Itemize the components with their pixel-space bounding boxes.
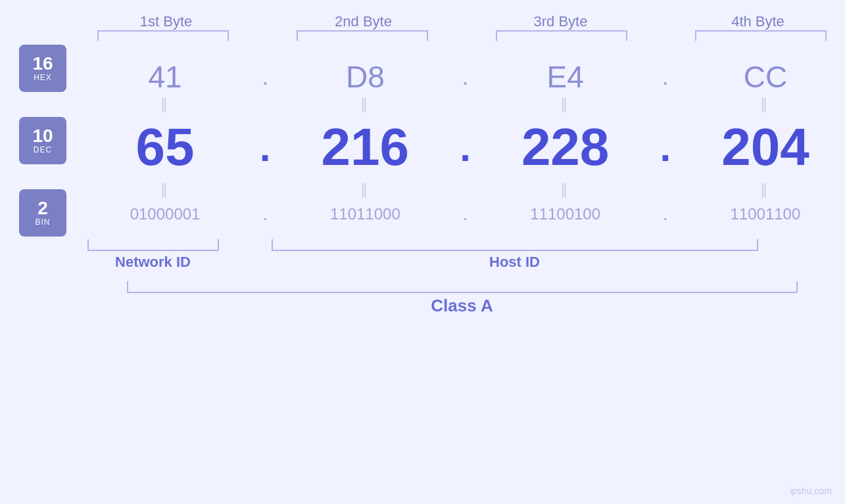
hex-val-2: D8 bbox=[293, 59, 437, 95]
main-container: 1st Byte 2nd Byte 3rd Byte 4th Byte 16 H… bbox=[0, 0, 845, 504]
byte-header-2: 2nd Byte bbox=[291, 13, 436, 30]
dec-val-4: 204 bbox=[693, 117, 838, 177]
bin-badge-label: BIN bbox=[35, 218, 50, 227]
dec-val-3: 228 bbox=[493, 117, 638, 177]
bin-val-4: 11001100 bbox=[693, 205, 838, 223]
id-labels-row: Network ID Host ID bbox=[87, 254, 837, 271]
host-id-label: Host ID bbox=[272, 254, 758, 271]
eq2-1: ‖ bbox=[93, 181, 237, 198]
bin-sep-2: . bbox=[452, 204, 478, 225]
eq1-4: ‖ bbox=[693, 96, 838, 113]
sep-2: . bbox=[452, 63, 478, 91]
network-id-label: Network ID bbox=[87, 254, 219, 271]
hex-val-3: E4 bbox=[493, 59, 638, 95]
eq2-3: ‖ bbox=[493, 181, 638, 198]
bin-val-1: 01000001 bbox=[93, 205, 237, 223]
top-bracket-1 bbox=[97, 30, 229, 41]
host-id-bracket bbox=[272, 239, 758, 251]
bin-badge: 2 BIN bbox=[19, 189, 66, 237]
eq1-3: ‖ bbox=[493, 96, 638, 113]
dec-row: 65 . 216 . 228 . 204 bbox=[85, 114, 845, 180]
class-label: Class A bbox=[127, 296, 798, 316]
dec-val-1: 65 bbox=[93, 117, 237, 177]
dec-badge: 10 DEC bbox=[19, 117, 66, 164]
bin-sep-3: . bbox=[652, 204, 679, 225]
dec-sep-3: . bbox=[652, 125, 679, 170]
class-bracket-row bbox=[87, 281, 837, 293]
bin-val-2: 11011000 bbox=[293, 205, 437, 223]
sep-3: . bbox=[652, 63, 679, 91]
network-id-bracket bbox=[87, 239, 219, 251]
dec-sep-2: . bbox=[452, 125, 478, 170]
hex-badge: 16 HEX bbox=[19, 45, 66, 92]
equals-row-2: ‖ ‖ ‖ ‖ bbox=[85, 180, 845, 200]
eq2-4: ‖ bbox=[693, 181, 838, 198]
bottom-brackets-row bbox=[87, 239, 837, 251]
bin-row: 01000001 . 11011000 . 11100100 . 1100110… bbox=[85, 200, 845, 227]
equals-row-1: ‖ ‖ ‖ ‖ bbox=[85, 95, 845, 114]
class-bracket bbox=[127, 281, 798, 293]
dec-badge-label: DEC bbox=[34, 145, 52, 154]
bin-sep-1: . bbox=[252, 204, 278, 225]
top-bracket-4 bbox=[695, 30, 827, 41]
sep-1: . bbox=[252, 63, 278, 91]
bin-badge-number: 2 bbox=[37, 199, 48, 218]
hex-val-4: CC bbox=[693, 59, 838, 95]
byte-header-1: 1st Byte bbox=[94, 13, 239, 30]
dec-val-2: 216 bbox=[293, 117, 437, 177]
eq2-2: ‖ bbox=[293, 181, 437, 198]
byte-header-3: 3rd Byte bbox=[489, 13, 633, 30]
byte-header-4: 4th Byte bbox=[686, 13, 831, 30]
eq1-2: ‖ bbox=[293, 96, 437, 113]
dec-badge-number: 10 bbox=[32, 127, 53, 145]
hex-val-1: 41 bbox=[93, 59, 237, 95]
top-bracket-3 bbox=[496, 30, 627, 41]
eq1-1: ‖ bbox=[93, 96, 237, 113]
watermark: ipshu.com bbox=[790, 486, 832, 496]
hex-badge-label: HEX bbox=[34, 73, 52, 82]
class-label-row: Class A bbox=[87, 296, 837, 316]
hex-row: 41 . D8 . E4 . CC bbox=[85, 54, 845, 95]
top-bracket-2 bbox=[297, 30, 428, 41]
dec-sep-1: . bbox=[252, 125, 278, 170]
hex-badge-number: 16 bbox=[32, 55, 53, 73]
bin-val-3: 11100100 bbox=[493, 205, 638, 223]
